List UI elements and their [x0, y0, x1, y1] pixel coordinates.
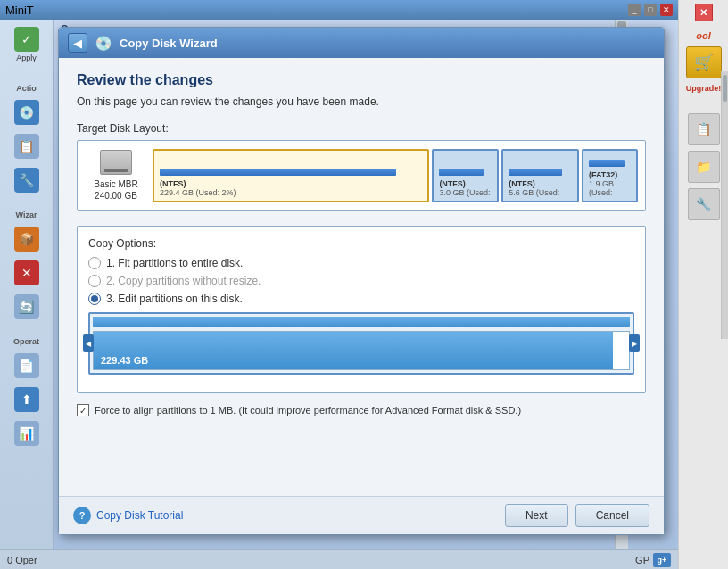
radio-option-3[interactable]: 3. Edit partitions on this disk. — [88, 293, 634, 305]
sidebar-item-apply[interactable]: ✓ Apply — [0, 23, 53, 66]
right-sidebar: ✕ ool 🛒 Upgrade! 📋 📁 🔧 — [678, 0, 728, 569]
right-close-btn[interactable]: ✕ — [695, 4, 713, 21]
sidebar-section-operat: Operat — [0, 334, 53, 350]
disk-size: 240.00 GB — [95, 191, 137, 201]
partition-size-display: 229.43 GB — [101, 355, 148, 366]
sidebar-section-wizar: Wizar — [0, 207, 53, 223]
align-checkbox-label: Force to align partitions to 1 MB. (It c… — [95, 405, 521, 416]
partition-3-size: 5.6 GB (Used: — [509, 188, 572, 197]
sidebar-item-7[interactable]: 📄 — [0, 350, 53, 383]
back-button[interactable]: ◀ — [68, 33, 87, 53]
partition-4-size: 1.9 GB (Used: — [589, 179, 631, 197]
radio-3-label: 3. Edit partitions on this disk. — [106, 293, 243, 305]
radio-2-label: 2. Copy partitions without resize. — [106, 275, 261, 287]
partition-1-bar — [160, 169, 396, 176]
minimize-btn[interactable]: _ — [628, 4, 641, 16]
gp-icon-label: g+ — [658, 556, 667, 565]
status-text: 0 Oper — [7, 555, 37, 565]
partition-2-type: (NTFS) — [439, 179, 492, 188]
right-icon-1-glyph: 📋 — [696, 122, 711, 136]
sidebar-item-2[interactable]: 📋 — [0, 130, 53, 164]
operat-label: Operat — [13, 337, 39, 346]
gp-icon: g+ — [653, 553, 671, 567]
right-icon-3[interactable]: 🔧 — [688, 188, 720, 220]
sidebar-item-8[interactable]: ⬆ — [0, 383, 53, 417]
align-checkbox[interactable] — [77, 404, 89, 416]
back-icon: ◀ — [73, 37, 82, 50]
radio-option-1[interactable]: 1. Fit partitions to entire disk. — [88, 257, 634, 269]
copy-options-title: Copy Options: — [88, 237, 634, 250]
maximize-btn[interactable]: □ — [644, 4, 657, 16]
next-button[interactable]: Next — [505, 504, 568, 527]
sidebar-icon-1: 💿 — [14, 100, 39, 125]
right-handle[interactable]: ▶ — [629, 334, 640, 352]
editor-fill — [94, 332, 613, 369]
sidebar-icon-6: 🔄 — [14, 294, 39, 319]
partition-4-type: (FAT32) — [589, 170, 631, 179]
sidebar-item-6[interactable]: 🔄 — [0, 291, 53, 325]
dialog-body: Review the changes On this page you can … — [59, 58, 664, 496]
tutorial-link-text: Copy Disk Tutorial — [96, 509, 183, 522]
radio-3-circle[interactable] — [88, 293, 101, 305]
page-description: On this page you can review the changes … — [77, 95, 646, 108]
tutorial-link[interactable]: ? Copy Disk Tutorial — [73, 507, 183, 524]
actio-label: Actio — [16, 84, 37, 93]
sidebar-icon-8: ⬆ — [14, 387, 39, 412]
dialog-titlebar: ◀ 💿 Copy Disk Wizard — [59, 28, 664, 58]
right-scrollbar[interactable] — [721, 71, 728, 339]
app-title: MiniT — [5, 4, 34, 17]
partition-4[interactable]: (FAT32) 1.9 GB (Used: — [582, 149, 638, 202]
partition-2-bar — [439, 169, 484, 176]
sidebar-icon-9: 📊 — [14, 421, 39, 446]
sidebar-item-4[interactable]: 📦 — [0, 223, 53, 257]
upgrade-label: Upgrade! — [686, 84, 722, 93]
sidebar-item-5[interactable]: ✕ — [0, 257, 53, 291]
radio-1-label: 1. Fit partitions to entire disk. — [106, 257, 243, 269]
right-icon-1[interactable]: 📋 — [688, 113, 720, 145]
disk-icon — [100, 150, 132, 175]
dialog-title: Copy Disk Wizard — [120, 37, 218, 50]
partition-3-type: (NTFS) — [509, 179, 572, 188]
right-icon-2[interactable]: 📁 — [688, 151, 720, 183]
right-icon-3-glyph: 🔧 — [696, 197, 711, 211]
page-title: Review the changes — [77, 72, 646, 88]
partition-1-size: 229.4 GB (Used: 2%) — [160, 188, 422, 197]
left-handle[interactable]: ◀ — [83, 334, 94, 352]
partition-1[interactable]: (NTFS) 229.4 GB (Used: 2%) — [153, 149, 429, 202]
sidebar-icon-7: 📄 — [14, 353, 39, 378]
dialog-footer: ? Copy Disk Tutorial Next Cancel — [59, 496, 664, 534]
disk-layout-box: Basic MBR 240.00 GB (NTFS) 229.4 GB (Use… — [77, 140, 646, 211]
radio-2-circle[interactable] — [88, 275, 101, 287]
align-checkbox-row[interactable]: Force to align partitions to 1 MB. (It c… — [77, 404, 646, 416]
sidebar-item-3[interactable]: 🔧 — [0, 164, 53, 198]
upgrade-icon[interactable]: 🛒 — [686, 46, 722, 78]
right-scrollbar-thumb[interactable] — [723, 75, 727, 102]
sidebar-item-9[interactable]: 📊 — [0, 417, 53, 451]
sidebar-item-1[interactable]: 💿 — [0, 96, 53, 130]
sidebar-icon-4: 📦 — [14, 227, 39, 252]
gp-text: GP — [635, 555, 649, 565]
wizar-label: Wizar — [16, 210, 37, 219]
partition-2-size: 3.0 GB (Used: — [439, 188, 492, 197]
partition-2[interactable]: (NTFS) 3.0 GB (Used: — [432, 149, 499, 202]
disk-type: Basic MBR — [94, 179, 137, 189]
apply-label: Apply — [16, 54, 37, 62]
help-icon: ? — [73, 507, 91, 524]
partitions-container: (NTFS) 229.4 GB (Used: 2%) (NTFS) 3.0 GB… — [153, 149, 638, 202]
close-btn[interactable]: ✕ — [660, 4, 673, 16]
sidebar-icon-2: 📋 — [14, 134, 39, 159]
partition-3[interactable]: (NTFS) 5.6 GB (Used: — [501, 149, 579, 202]
editor-top-bar — [93, 317, 630, 327]
left-sidebar: ✓ Apply Actio 💿 📋 🔧 Wizar 📦 ✕ 🔄 — [0, 20, 54, 569]
right-icon-2-glyph: 📁 — [696, 160, 711, 174]
apply-icon: ✓ — [14, 27, 39, 52]
disk-info: Basic MBR 240.00 GB — [85, 150, 147, 202]
sidebar-section-actio: Actio — [0, 80, 53, 96]
status-bar: 0 Oper GP g+ — [0, 549, 678, 569]
copy-disk-dialog: ◀ 💿 Copy Disk Wizard Review the changes … — [58, 27, 665, 535]
radio-1-circle[interactable] — [88, 257, 101, 269]
cancel-button[interactable]: Cancel — [575, 504, 649, 527]
radio-option-2[interactable]: 2. Copy partitions without resize. — [88, 275, 634, 287]
app-titlebar: MiniT _ □ ✕ — [0, 0, 678, 20]
partition-4-bar — [589, 160, 625, 167]
